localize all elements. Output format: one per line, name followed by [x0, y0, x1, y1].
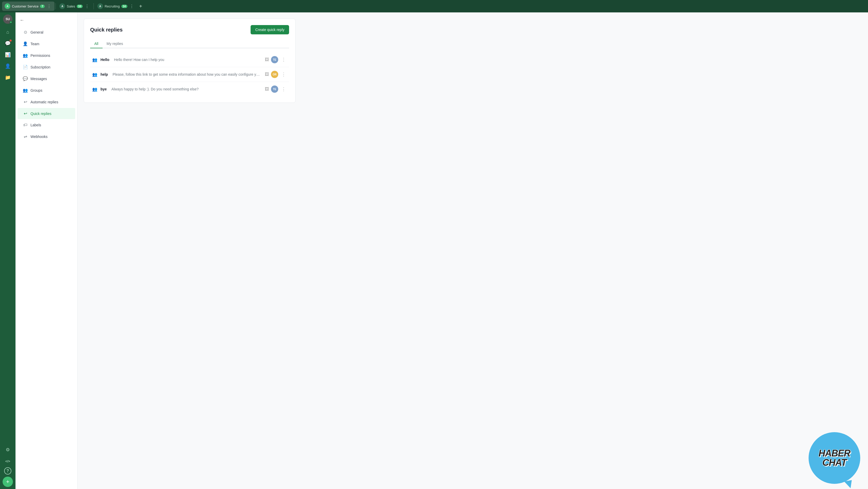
image-icon[interactable]: 🖼: [265, 72, 269, 77]
tab-avatar-cs: A: [5, 3, 10, 9]
nav-label-general: General: [30, 30, 43, 34]
contacts-icon[interactable]: 👤: [3, 61, 13, 71]
image-icon[interactable]: 🖼: [265, 87, 269, 91]
help-icon[interactable]: ?: [4, 467, 11, 475]
tabs-row: All My replies: [90, 39, 289, 48]
tab-sales[interactable]: A Sales 10 ⋮: [57, 2, 92, 11]
webhooks-icon: ⇌: [23, 134, 28, 139]
left-sidebar: SU ⌂ 💬 📊 👤 📁 ⚙ </> ? +: [0, 12, 16, 489]
nav-label-quick-replies: Quick replies: [30, 112, 52, 116]
labels-icon: 🏷: [23, 123, 28, 127]
permissions-icon: 👥: [23, 53, 28, 58]
table-row: 👥 Hello Hello there! How can I help you …: [90, 53, 289, 67]
tab-menu-cs[interactable]: ⋮: [46, 3, 52, 9]
settings-icon[interactable]: ⚙: [3, 445, 13, 455]
tab-label-customer-service: Customer Service: [12, 4, 38, 8]
nav-item-team[interactable]: 👤 Team: [18, 38, 75, 49]
nav-label-team: Team: [30, 42, 39, 46]
nav-item-quick-replies[interactable]: ↩ Quick replies: [18, 108, 75, 119]
reply-avatar-bye: TE: [271, 86, 278, 93]
folder-icon[interactable]: 📁: [3, 72, 13, 83]
tab-avatar-sales: A: [59, 3, 65, 9]
tab-sep-1: [56, 3, 56, 9]
nav-label-labels: Labels: [30, 123, 41, 127]
quick-replies-card: Quick replies Create quick reply All My …: [84, 19, 296, 103]
tab-avatar-recruiting: A: [97, 3, 103, 9]
groups-icon: 👥: [23, 88, 28, 93]
nav-item-messages[interactable]: 💬 Messages: [18, 73, 75, 84]
tab-label-recruiting: Recruiting: [104, 4, 120, 8]
page-title: Quick replies: [90, 27, 123, 33]
automatic-replies-icon: ↩: [23, 99, 28, 104]
messages-icon: 💬: [23, 76, 28, 81]
tab-menu-recruiting[interactable]: ⋮: [129, 3, 134, 9]
reply-team-icon: 👥: [92, 87, 97, 92]
add-tab-button[interactable]: +: [137, 2, 145, 10]
nav-label-subscription: Subscription: [30, 65, 51, 69]
reply-actions-hello: 🖼 TE ⋮: [265, 56, 287, 63]
more-options-help[interactable]: ⋮: [280, 71, 287, 78]
nav-item-webhooks[interactable]: ⇌ Webhooks: [18, 131, 75, 142]
online-indicator: [9, 21, 12, 24]
avatar[interactable]: SU: [3, 14, 12, 24]
notification-dot: [9, 39, 11, 41]
reply-list: 👥 Hello Hello there! How can I help you …: [90, 53, 289, 96]
table-row: 👥 help Please, follow this link to get s…: [90, 67, 289, 82]
reply-team-icon: 👥: [92, 72, 97, 77]
nav-label-automatic-replies: Automatic replies: [30, 100, 58, 104]
more-options-hello[interactable]: ⋮: [280, 56, 287, 63]
chart-icon[interactable]: 📊: [3, 50, 13, 60]
reply-avatar-help: OR: [271, 71, 278, 78]
tab-menu-sales[interactable]: ⋮: [84, 3, 90, 9]
reply-name-help: help: [100, 72, 108, 77]
nav-item-labels[interactable]: 🏷 Labels: [18, 120, 75, 130]
reply-preview-hello: Hello there! How can I help you: [114, 58, 262, 62]
tab-label-sales: Sales: [67, 4, 75, 8]
card-header: Quick replies Create quick reply: [90, 25, 289, 34]
reply-preview-help: Please, follow this link to get some ext…: [113, 72, 262, 77]
nav-item-groups[interactable]: 👥 Groups: [18, 85, 75, 96]
tab-badge-sales: 10: [77, 5, 83, 8]
back-button[interactable]: ←: [16, 17, 77, 26]
nav-label-permissions: Permissions: [30, 54, 50, 58]
reply-actions-bye: 🖼 TE ⋮: [265, 86, 287, 93]
reply-preview-bye: Always happy to help :). Do you need som…: [111, 87, 262, 91]
tab-badge-cs: 7: [40, 5, 45, 8]
more-options-bye[interactable]: ⋮: [280, 86, 287, 92]
create-quick-reply-button[interactable]: Create quick reply: [251, 25, 289, 34]
subscription-icon: 📄: [23, 65, 28, 69]
tab-my-replies[interactable]: My replies: [102, 39, 127, 48]
add-button[interactable]: +: [3, 477, 13, 487]
reply-actions-help: 🖼 OR ⋮: [265, 71, 287, 78]
team-icon: 👤: [23, 41, 28, 46]
nav-item-automatic-replies[interactable]: ↩ Automatic replies: [18, 96, 75, 108]
nav-label-groups: Groups: [30, 88, 42, 92]
top-bar: A Customer Service 7 ⋮ A Sales 10 ⋮ A Re…: [0, 0, 868, 12]
tab-badge-recruiting: 14: [121, 5, 127, 8]
main-layout: SU ⌂ 💬 📊 👤 📁 ⚙ </> ? + ← ⊙ General 👤 Tea…: [0, 12, 868, 489]
tab-recruiting[interactable]: A Recruiting 14 ⋮: [95, 2, 137, 11]
tab-customer-service[interactable]: A Customer Service 7 ⋮: [2, 2, 55, 11]
code-icon[interactable]: </>: [3, 456, 13, 466]
quick-replies-icon: ↩: [23, 111, 28, 116]
image-icon[interactable]: 🖼: [265, 57, 269, 62]
reply-avatar-hello: TE: [271, 56, 278, 63]
chat-icon[interactable]: 💬: [3, 38, 13, 49]
settings-sidebar: ← ⊙ General 👤 Team 👥 Permissions 📄 Subsc…: [16, 12, 78, 489]
nav-item-subscription[interactable]: 📄 Subscription: [18, 61, 75, 72]
nav-item-general[interactable]: ⊙ General: [18, 27, 75, 38]
tab-all[interactable]: All: [90, 39, 102, 48]
reply-team-icon: 👥: [92, 57, 97, 62]
nav-label-webhooks: Webhooks: [30, 134, 48, 139]
reply-name-hello: Hello: [100, 58, 109, 62]
reply-name-bye: bye: [100, 87, 107, 91]
nav-label-messages: Messages: [30, 77, 47, 81]
table-row: 👥 bye Always happy to help :). Do you ne…: [90, 82, 289, 96]
home-icon[interactable]: ⌂: [3, 27, 13, 37]
main-content: Quick replies Create quick reply All My …: [78, 12, 868, 489]
nav-item-permissions[interactable]: 👥 Permissions: [18, 50, 75, 61]
general-icon: ⊙: [23, 30, 28, 35]
